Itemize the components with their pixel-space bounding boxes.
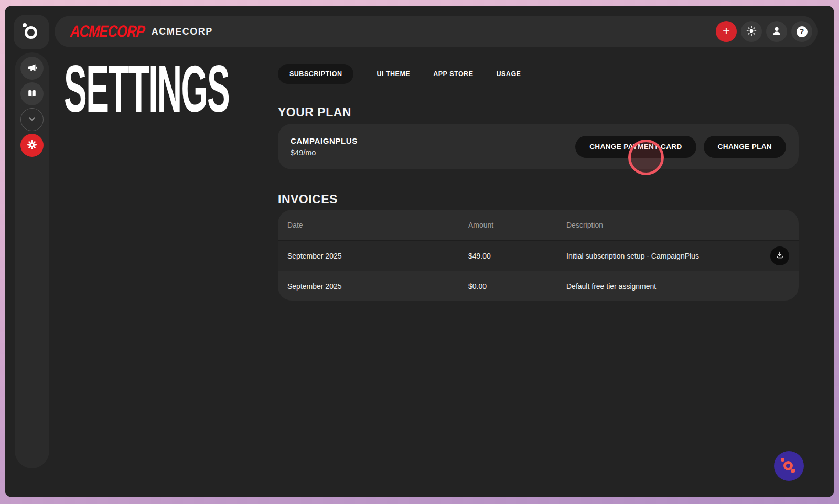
invoices-heading: INVOICES (278, 192, 338, 207)
invoice-amount: $0.00 (459, 282, 557, 291)
sidebar (15, 52, 49, 468)
invoice-description: Default free tier assignment (557, 282, 759, 291)
question-icon: ? (797, 26, 808, 37)
invoice-row: September 2025 $0.00 Default free tier a… (278, 271, 799, 301)
plan-buttons: CHANGE PAYMENT CARD CHANGE PLAN (575, 136, 786, 158)
column-header-amount: Amount (459, 221, 557, 229)
tab-usage[interactable]: USAGE (496, 64, 521, 84)
gear-icon (27, 140, 37, 152)
app-logo-tile[interactable] (14, 15, 49, 49)
column-header-date: Date (278, 221, 459, 229)
app-window: ACMECORP ACMECORP + ? (5, 6, 834, 497)
plus-icon: + (723, 25, 730, 37)
brand-o-logo-icon (23, 23, 40, 41)
sidebar-item-settings[interactable] (20, 134, 44, 157)
invoice-date: September 2025 (278, 282, 459, 291)
invoice-row: September 2025 $49.00 Initial subscripti… (278, 240, 799, 271)
book-icon (27, 88, 37, 100)
invoices-table-header: Date Amount Description (278, 210, 799, 240)
sidebar-item-expand[interactable] (20, 108, 44, 131)
settings-tabs: SUBSCRIPTION UI THEME APP STORE USAGE (278, 64, 521, 84)
invoices-table: Date Amount Description September 2025 $… (278, 210, 799, 301)
chevron-down-icon (27, 114, 37, 125)
workspace-name: ACMECORP (152, 26, 213, 37)
account-button[interactable] (766, 21, 787, 42)
assistant-widget-button[interactable] (774, 451, 804, 481)
sidebar-item-library[interactable] (20, 82, 44, 105)
sidebar-item-campaigns[interactable] (20, 57, 44, 80)
your-plan-heading: YOUR PLAN (278, 105, 351, 120)
plan-card: CAMPAIGNPLUS $49/mo CHANGE PAYMENT CARD … (278, 124, 799, 169)
sun-icon (746, 26, 757, 38)
topbar: ACMECORP ACMECORP + ? (55, 16, 818, 47)
change-payment-card-button[interactable]: CHANGE PAYMENT CARD (575, 136, 696, 158)
plan-info: CAMPAIGNPLUS $49/mo (291, 136, 358, 157)
page-title: SETTINGS (64, 56, 229, 122)
help-button[interactable]: ? (791, 21, 812, 42)
invoice-date: September 2025 (278, 252, 459, 260)
person-icon (771, 26, 782, 38)
change-plan-button[interactable]: CHANGE PLAN (704, 136, 786, 158)
add-button[interactable]: + (716, 21, 737, 42)
theme-toggle-button[interactable] (741, 21, 762, 42)
invoices-table-body: September 2025 $49.00 Initial subscripti… (278, 240, 799, 301)
column-header-description: Description (557, 221, 759, 229)
brand-wordmark-logo: ACMECORP (70, 22, 145, 41)
download-icon (776, 251, 784, 261)
invoice-description: Initial subscription setup - CampaignPlu… (557, 252, 759, 260)
megaphone-icon (27, 62, 37, 74)
tab-ui-theme[interactable]: UI THEME (377, 64, 410, 84)
plan-name: CAMPAIGNPLUS (291, 136, 358, 145)
download-invoice-button[interactable] (770, 246, 789, 265)
plan-price: $49/mo (291, 148, 358, 157)
tab-subscription[interactable]: SUBSCRIPTION (278, 64, 353, 84)
topbar-actions: + ? (716, 21, 812, 42)
invoice-amount: $49.00 (459, 252, 557, 260)
tab-app-store[interactable]: APP STORE (433, 64, 473, 84)
